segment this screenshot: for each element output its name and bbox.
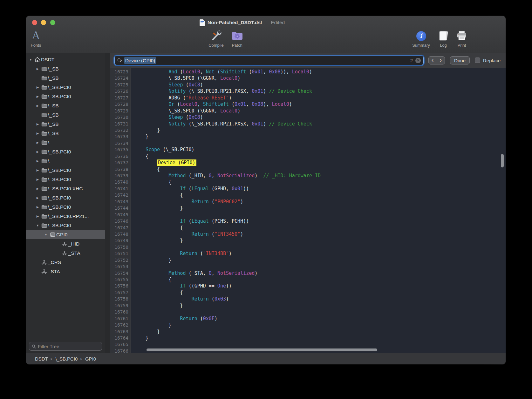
- code-line[interactable]: [134, 309, 506, 315]
- disclosure-closed-icon[interactable]: ▶: [35, 159, 40, 163]
- zoom-button[interactable]: [50, 20, 55, 25]
- done-button[interactable]: Done: [450, 56, 470, 64]
- code-line[interactable]: }: [134, 205, 506, 211]
- tree-item-sbpci0xhc[interactable]: ▶\_SB.PCI0.XHC...: [26, 184, 105, 193]
- disclosure-closed-icon[interactable]: ▶: [35, 95, 40, 98]
- disclosure-open-icon[interactable]: ▼: [28, 58, 33, 61]
- filter-tree-input[interactable]: Filter Tree: [29, 342, 102, 351]
- tree-item-sbpci0[interactable]: ▶\_SB.PCI0: [26, 83, 105, 92]
- tree-item-sbpci0[interactable]: ▶\_SB.PCI0: [26, 166, 105, 175]
- code-line[interactable]: {: [134, 289, 506, 296]
- clear-search-icon[interactable]: ✕: [415, 58, 421, 63]
- code-line[interactable]: }: [134, 257, 506, 263]
- code-line[interactable]: Device (GPI0): [134, 159, 506, 166]
- find-previous-button[interactable]: ‹: [429, 57, 437, 64]
- log-button[interactable]: Log: [434, 30, 452, 48]
- tree-item-dsdt[interactable]: ▼DSDT: [26, 55, 105, 64]
- code-line[interactable]: {: [134, 179, 506, 185]
- replace-checkbox[interactable]: [475, 57, 480, 63]
- code-line[interactable]: Return (0x0F): [134, 315, 506, 322]
- code-line[interactable]: }: [134, 127, 506, 133]
- disclosure-closed-icon[interactable]: ▶: [35, 214, 40, 218]
- code-line[interactable]: }: [134, 133, 506, 140]
- tree-item-sbpci0[interactable]: ▶\_SB.PCI0: [26, 202, 105, 212]
- disclosure-open-icon[interactable]: ▼: [35, 224, 40, 227]
- code-line[interactable]: Scope (\_SB.PCI0): [134, 146, 506, 153]
- tree-item-gpi0[interactable]: ▼GPI0: [26, 230, 105, 239]
- code-line[interactable]: Method (_HID, 0, NotSerialized) // _HID:…: [134, 172, 506, 179]
- code-line[interactable]: Sleep (0xC8): [134, 82, 506, 88]
- tree-item-sb[interactable]: ▶\_SB: [26, 101, 105, 110]
- code-line[interactable]: Return (0x03): [134, 296, 506, 302]
- tree-item-sbpci0[interactable]: ▶\_SB.PCI0: [26, 175, 105, 184]
- code-line[interactable]: Notify (\_SB.PCI0.RP21.PXSX, 0x01) // De…: [134, 121, 506, 127]
- code-line[interactable]: Method (_STA, 0, NotSerialized): [134, 270, 506, 276]
- tree-item-sta[interactable]: _STA: [26, 267, 105, 276]
- code-line[interactable]: {: [134, 153, 506, 159]
- code-line[interactable]: \_SB.SPC0 (\GGNR, Local0): [134, 75, 506, 81]
- sidebar-tree[interactable]: ▼DSDT▶\_SB\_SB▶\_SB.PCI0▶\_SB.PCI0▶\_SB\…: [26, 53, 105, 340]
- tree-item-crs[interactable]: _CRS: [26, 258, 105, 267]
- disclosure-closed-icon[interactable]: ▶: [35, 205, 40, 209]
- code-line[interactable]: {: [134, 225, 506, 231]
- vertical-scrollbar-thumb[interactable]: [501, 154, 504, 167]
- tree-item-sb[interactable]: \_SB: [26, 110, 105, 119]
- tree-item-sbpci0[interactable]: ▶\_SB.PCI0: [26, 147, 105, 156]
- code-line[interactable]: And (Local0, Not (ShiftLeft (0x01, 0x08)…: [134, 69, 506, 75]
- code-line[interactable]: [134, 341, 506, 348]
- summary-button[interactable]: i Summary: [410, 30, 432, 48]
- tree-item-[interactable]: ▶\: [26, 156, 105, 166]
- code-line[interactable]: Sleep (0xC8): [134, 114, 506, 120]
- tree-item-sb[interactable]: \_SB: [26, 73, 105, 83]
- code-line[interactable]: [134, 263, 506, 270]
- tree-item-sbpci0[interactable]: ▶\_SB.PCI0: [26, 92, 105, 101]
- code-line[interactable]: {: [134, 192, 506, 198]
- disclosure-open-icon[interactable]: ▼: [43, 233, 49, 236]
- code-editor[interactable]: 1672316724167251672616727167281672916730…: [110, 68, 506, 353]
- disclosure-closed-icon[interactable]: ▶: [35, 178, 40, 181]
- code-line[interactable]: }: [134, 322, 506, 328]
- code-line[interactable]: [134, 140, 506, 146]
- code-line[interactable]: Return ("INT34BB"): [134, 250, 506, 257]
- tree-item-sb[interactable]: ▶\_SB: [26, 119, 105, 129]
- code-line[interactable]: ADBG ("Release RESET"): [134, 95, 506, 101]
- tree-item-[interactable]: ▶\: [26, 138, 105, 147]
- code-line[interactable]: Notify (\_SB.PCI0.RP21.PXSX, 0x01) // De…: [134, 88, 506, 94]
- tree-item-sta[interactable]: _STA: [26, 248, 105, 258]
- tree-item-sb[interactable]: ▶\_SB: [26, 64, 105, 73]
- code-line[interactable]: If (LEqual (PCHS, PCHH)): [134, 218, 506, 224]
- disclosure-closed-icon[interactable]: ▶: [35, 104, 40, 107]
- code-line[interactable]: {: [134, 276, 506, 283]
- disclosure-closed-icon[interactable]: ▶: [35, 132, 40, 135]
- disclosure-closed-icon[interactable]: ▶: [35, 85, 40, 89]
- search-menu-icon[interactable]: [117, 58, 122, 63]
- tree-item-sbpci0rp21[interactable]: ▶\_SB.PCI0.RP21...: [26, 212, 105, 221]
- compile-button[interactable]: Compile: [206, 30, 226, 48]
- print-button[interactable]: Print: [453, 30, 471, 48]
- minimize-button[interactable]: [41, 20, 46, 25]
- disclosure-closed-icon[interactable]: ▶: [35, 150, 40, 153]
- code-line[interactable]: }: [134, 302, 506, 309]
- find-next-button[interactable]: ›: [437, 57, 445, 64]
- disclosure-closed-icon[interactable]: ▶: [35, 122, 40, 126]
- tree-item-sbpci0[interactable]: ▼\_SB.PCI0: [26, 221, 105, 230]
- code-line[interactable]: }: [134, 328, 506, 335]
- code-line[interactable]: [134, 212, 506, 218]
- pane-splitter[interactable]: [105, 53, 110, 353]
- breadcrumb-gpi0[interactable]: GPI0: [85, 356, 96, 362]
- disclosure-closed-icon[interactable]: ▶: [35, 196, 40, 200]
- tree-item-hid[interactable]: _HID: [26, 239, 105, 248]
- disclosure-closed-icon[interactable]: ▶: [35, 168, 40, 172]
- code-line[interactable]: [134, 244, 506, 250]
- close-button[interactable]: [32, 20, 37, 25]
- disclosure-closed-icon[interactable]: ▶: [35, 187, 40, 190]
- code-content[interactable]: And (Local0, Not (ShiftLeft (0x01, 0x08)…: [131, 68, 506, 353]
- disclosure-closed-icon[interactable]: ▶: [35, 141, 40, 144]
- code-line[interactable]: }: [134, 335, 506, 341]
- code-line[interactable]: {: [134, 166, 506, 172]
- patch-button[interactable]: Patch: [228, 30, 247, 48]
- code-line[interactable]: Return ("PNP0C02"): [134, 199, 506, 205]
- tree-item-sbpci0[interactable]: ▶\_SB.PCI0: [26, 193, 105, 202]
- code-line[interactable]: If (LEqual (GPHD, 0x01)): [134, 186, 506, 192]
- disclosure-closed-icon[interactable]: ▶: [35, 67, 40, 71]
